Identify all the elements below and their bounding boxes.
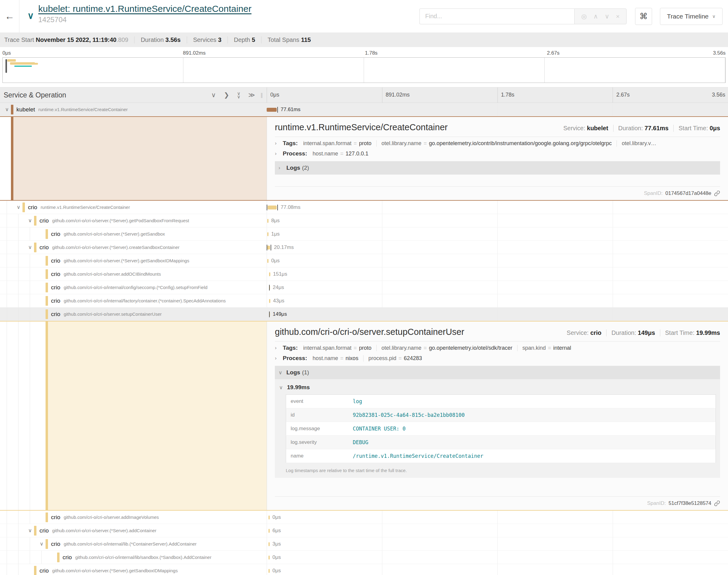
indent-guide xyxy=(7,524,7,537)
span-name-cell[interactable]: crio github.com/cri-o/cri-o/internal/con… xyxy=(0,281,267,294)
logs-count: (1) xyxy=(302,369,309,376)
span-row[interactable]: ∨ crio github.com/cri-o/cri-o/server.(*S… xyxy=(0,214,728,227)
keyboard-shortcuts-button[interactable]: ⌘ xyxy=(635,8,652,25)
span-name-cell[interactable]: ∨ crio github.com/cri-o/cri-o/internal/l… xyxy=(0,537,267,550)
span-timeline-cell[interactable]: 149μs xyxy=(267,308,728,320)
process-row[interactable]: › Process: host.name=127.0.0.1 xyxy=(275,147,720,158)
deep-link-icon[interactable] xyxy=(714,190,720,196)
span-timeline-cell[interactable]: 1μs xyxy=(267,227,728,240)
span-duration: 0μs xyxy=(272,511,281,524)
span-timeline-cell[interactable]: 0μs xyxy=(267,511,728,524)
span-timeline-cell[interactable]: 151μs xyxy=(267,267,728,280)
find-next-icon[interactable]: ∨ xyxy=(605,13,609,20)
view-type-dropdown[interactable]: Trace Timeline ∨ xyxy=(660,8,723,25)
summary-item: Total Spans 115 xyxy=(262,36,317,43)
span-name-cell[interactable]: crio github.com/cri-o/cri-o/server.(*Ser… xyxy=(0,227,267,240)
expand-all-icon[interactable]: ∨∨ xyxy=(237,92,240,98)
span-bar[interactable] xyxy=(267,108,277,112)
span-bar[interactable] xyxy=(268,529,270,533)
span-name-cell[interactable]: crio github.com/cri-o/cri-o/internal/fac… xyxy=(0,294,267,307)
span-row[interactable]: ∨ crio github.com/cri-o/cri-o/internal/l… xyxy=(0,537,728,551)
collapse-trace-chevron-icon[interactable]: ∨ xyxy=(27,10,34,21)
deep-link-icon[interactable] xyxy=(714,500,720,506)
span-expand-chevron-icon[interactable]: ∨ xyxy=(14,204,23,210)
span-name-cell[interactable]: crio github.com/cri-o/cri-o/server.addIm… xyxy=(0,511,267,524)
span-log-tick xyxy=(271,245,271,250)
span-bar[interactable] xyxy=(267,259,268,263)
span-timeline-cell[interactable]: 0μs xyxy=(267,551,728,564)
span-bar[interactable] xyxy=(268,555,270,560)
span-bar[interactable] xyxy=(268,569,270,573)
span-row[interactable]: crio github.com/cri-o/cri-o/server.(*Ser… xyxy=(0,564,728,575)
indent-guide xyxy=(18,537,19,550)
expand-one-level-icon[interactable]: ∨ xyxy=(211,91,216,99)
span-name-cell[interactable]: ∨ crio github.com/cri-o/cri-o/server.(*S… xyxy=(0,241,267,254)
span-timeline-cell[interactable]: 77.08ms xyxy=(267,201,728,214)
tags-row[interactable]: › Tags: internal.span.format=protootel.l… xyxy=(275,342,720,352)
span-timeline-cell[interactable]: 3μs xyxy=(267,537,728,550)
span-timeline-cell[interactable]: 24μs xyxy=(267,281,728,294)
service-name: crio xyxy=(28,204,37,211)
span-name-cell[interactable]: crio github.com/cri-o/cri-o/internal/lib… xyxy=(0,551,267,564)
span-expand-chevron-icon[interactable]: ∨ xyxy=(26,217,34,224)
span-expand-chevron-icon[interactable]: ∨ xyxy=(3,106,11,113)
span-timeline-cell[interactable]: 20.17ms xyxy=(267,241,728,254)
span-timeline-cell[interactable]: 43μs xyxy=(267,294,728,307)
span-expand-chevron-icon[interactable]: ∨ xyxy=(26,527,34,534)
span-bar[interactable] xyxy=(267,232,268,236)
find-prev-icon[interactable]: ∧ xyxy=(593,13,598,20)
process-row[interactable]: › Process: host.name=nixosprocess.pid=62… xyxy=(275,352,720,362)
span-bar[interactable] xyxy=(268,515,270,519)
minimap-canvas[interactable] xyxy=(2,57,726,83)
span-bar[interactable] xyxy=(269,299,270,303)
span-name-cell[interactable]: ∨ crio github.com/cri-o/cri-o/server.(*S… xyxy=(0,214,267,227)
span-row[interactable]: ∨ kubelet runtime.v1.RuntimeService/Crea… xyxy=(0,103,728,116)
span-row[interactable]: crio github.com/cri-o/cri-o/server.addOC… xyxy=(0,267,728,281)
span-timeline-cell[interactable]: 77.61ms xyxy=(267,103,728,116)
trace-title-link[interactable]: kubelet: runtime.v1.RuntimeService/Creat… xyxy=(38,4,252,14)
span-row[interactable]: crio github.com/cri-o/cri-o/server.(*Ser… xyxy=(0,227,728,241)
collapse-one-level-icon[interactable]: ❯ xyxy=(224,91,229,99)
span-bar[interactable] xyxy=(269,272,270,276)
span-row[interactable]: ∨ crio github.com/cri-o/cri-o/server.(*S… xyxy=(0,241,728,254)
span-timeline-cell[interactable]: 8μs xyxy=(267,214,728,227)
span-expand-chevron-icon[interactable]: ∨ xyxy=(26,244,34,250)
span-row[interactable]: crio github.com/cri-o/cri-o/internal/con… xyxy=(0,281,728,294)
span-row[interactable]: crio github.com/cri-o/cri-o/internal/fac… xyxy=(0,294,728,308)
collapse-all-icon[interactable]: ≫ xyxy=(249,91,255,99)
logs-section-header[interactable]: › Logs (2) xyxy=(275,161,720,175)
span-bar[interactable] xyxy=(267,246,270,249)
span-row[interactable]: crio github.com/cri-o/cri-o/server.(*Ser… xyxy=(0,254,728,267)
span-name-cell[interactable]: crio github.com/cri-o/cri-o/server.setup… xyxy=(0,308,267,320)
span-name-cell[interactable]: ∨ crio runtime.v1.RuntimeService/CreateC… xyxy=(0,201,267,214)
span-row[interactable]: ∨ crio github.com/cri-o/cri-o/server.(*S… xyxy=(0,524,728,537)
span-name-cell[interactable]: crio github.com/cri-o/cri-o/server.(*Ser… xyxy=(0,564,267,575)
log-entry-header[interactable]: ∨ 19.99ms xyxy=(279,380,716,394)
span-name-cell[interactable]: crio github.com/cri-o/cri-o/server.addOC… xyxy=(0,267,267,280)
locate-icon[interactable]: ◎ xyxy=(581,13,587,20)
span-name-cell[interactable]: ∨ kubelet runtime.v1.RuntimeService/Crea… xyxy=(0,103,267,116)
span-timeline-cell[interactable]: 0μs xyxy=(267,254,728,267)
span-row[interactable]: crio github.com/cri-o/cri-o/server.setup… xyxy=(0,308,728,321)
operation-name: github.com/cri-o/cri-o/server.(*Server).… xyxy=(52,218,189,223)
find-input[interactable] xyxy=(420,8,574,24)
logs-section-header[interactable]: ∨ Logs (1) xyxy=(275,366,720,379)
span-timeline-cell[interactable]: 6μs xyxy=(267,524,728,537)
span-bar[interactable] xyxy=(267,219,268,223)
span-bar[interactable] xyxy=(268,542,270,546)
span-bar[interactable] xyxy=(268,206,277,209)
span-row[interactable]: crio github.com/cri-o/cri-o/internal/lib… xyxy=(0,551,728,564)
span-row[interactable]: ∨ crio runtime.v1.RuntimeService/CreateC… xyxy=(0,201,728,214)
span-duration: 6μs xyxy=(272,524,281,537)
span-row[interactable]: crio github.com/cri-o/cri-o/server.addIm… xyxy=(0,511,728,524)
column-resizer-grip[interactable]: ∥ xyxy=(261,92,263,98)
span-name-cell[interactable]: ∨ crio github.com/cri-o/cri-o/server.(*S… xyxy=(0,524,267,537)
detail-duration: 77.61ms xyxy=(644,125,668,131)
find-controls: ◎ ∧ ∨ × xyxy=(574,8,627,24)
back-button[interactable]: ← xyxy=(0,0,20,32)
span-timeline-cell[interactable]: 0μs xyxy=(267,564,728,575)
span-expand-chevron-icon[interactable]: ∨ xyxy=(38,541,45,547)
find-clear-icon[interactable]: × xyxy=(616,13,620,20)
tags-row[interactable]: › Tags: internal.span.format=protootel.l… xyxy=(275,137,720,147)
span-name-cell[interactable]: crio github.com/cri-o/cri-o/server.(*Ser… xyxy=(0,254,267,267)
